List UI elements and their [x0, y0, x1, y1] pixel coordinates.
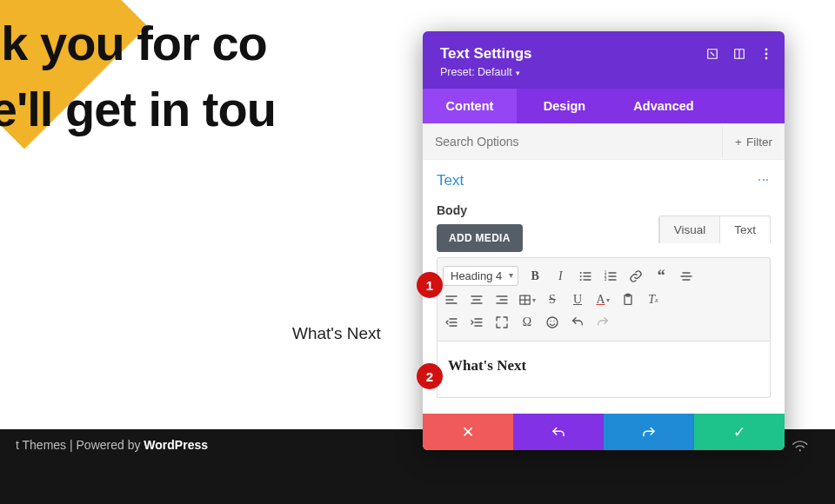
numbered-list-icon[interactable]: 123: [602, 268, 619, 285]
footer-text: t Themes | Powered by WordPress: [16, 438, 208, 452]
chevron-down-icon: ▾: [514, 69, 521, 77]
search-row: + Filter: [423, 123, 785, 160]
section-menu-icon[interactable]: ⋮: [757, 174, 771, 188]
preset-dropdown[interactable]: Preset: Default ▾: [440, 66, 767, 78]
filter-label: Filter: [746, 136, 772, 149]
search-input[interactable]: [423, 124, 722, 159]
special-char-icon[interactable]: Ω: [518, 314, 536, 331]
filter-button[interactable]: + Filter: [722, 127, 785, 157]
tab-visual[interactable]: Visual: [659, 216, 720, 243]
table-icon[interactable]: ▾: [518, 291, 536, 308]
text-color-icon[interactable]: A▾: [594, 291, 611, 308]
check-icon: ✓: [733, 423, 745, 441]
svg-point-8: [580, 275, 582, 277]
undo-icon[interactable]: [569, 314, 586, 331]
svg-point-5: [765, 52, 767, 55]
align-center2-icon[interactable]: [468, 291, 485, 308]
columns-icon[interactable]: [732, 47, 745, 60]
align-right-icon[interactable]: [493, 291, 511, 308]
svg-point-6: [765, 56, 767, 59]
hero-text: ank you for co We'll get in tou: [0, 10, 276, 142]
redo-icon[interactable]: [594, 314, 611, 331]
blockquote-icon[interactable]: “: [652, 268, 670, 285]
section-title-text[interactable]: Text: [437, 172, 464, 189]
close-icon: ✕: [462, 423, 474, 441]
editor-mode-tabs: Visual Text: [658, 216, 771, 243]
clear-format-icon[interactable]: Tx: [645, 291, 662, 308]
modal-actions: ✕ ✓: [423, 414, 785, 450]
annotation-badge-1: 1: [417, 272, 443, 298]
page-subheading: What's Next: [292, 324, 381, 343]
modal-body: Text ⋮ Body ADD MEDIA Visual Text Headin…: [423, 160, 785, 414]
indent-icon[interactable]: [468, 314, 485, 331]
align-center-icon[interactable]: [678, 268, 695, 285]
format-dropdown[interactable]: Heading 4: [443, 266, 518, 286]
italic-icon[interactable]: I: [551, 268, 569, 285]
annotation-badge-2: 2: [417, 363, 443, 389]
wysiwyg-toolbar: Heading 4 B I 123 “ ▾ S U A▾: [437, 257, 771, 342]
editor-content[interactable]: What's Next: [437, 342, 771, 398]
bullet-list-icon[interactable]: [577, 268, 594, 285]
paste-icon[interactable]: [619, 291, 637, 308]
svg-point-42: [547, 317, 558, 328]
plus-icon: +: [735, 136, 742, 149]
svg-point-4: [765, 48, 767, 50]
modal-tabs: Content Design Advanced: [423, 89, 785, 123]
svg-point-0: [798, 449, 801, 452]
tab-advanced[interactable]: Advanced: [612, 89, 715, 123]
svg-point-7: [580, 272, 582, 274]
kebab-icon[interactable]: [759, 47, 772, 60]
svg-point-44: [553, 321, 554, 322]
text-settings-modal: Text Settings Preset: Default ▾ Content …: [423, 31, 785, 450]
svg-text:3: 3: [605, 277, 607, 282]
emoji-icon[interactable]: [544, 314, 561, 331]
undo-action-button[interactable]: [513, 414, 604, 450]
outdent-icon[interactable]: [443, 314, 460, 331]
underline-icon[interactable]: U: [569, 291, 586, 308]
discard-button[interactable]: ✕: [423, 414, 513, 450]
save-button[interactable]: ✓: [694, 414, 785, 450]
tab-design[interactable]: Design: [517, 89, 612, 123]
modal-header: Text Settings Preset: Default ▾: [423, 31, 785, 89]
redo-action-button[interactable]: [604, 414, 694, 450]
expand-icon[interactable]: [705, 47, 718, 60]
fullscreen-icon[interactable]: [493, 314, 511, 331]
add-media-button[interactable]: ADD MEDIA: [437, 224, 523, 252]
undo-icon: [551, 424, 566, 440]
strikethrough-icon[interactable]: S: [544, 291, 561, 308]
align-left-icon[interactable]: [443, 291, 460, 308]
tab-content[interactable]: Content: [423, 89, 517, 123]
link-icon[interactable]: [627, 268, 645, 285]
svg-point-43: [550, 321, 551, 322]
tab-text-mode[interactable]: Text: [719, 216, 770, 243]
svg-point-9: [580, 279, 582, 281]
modal-header-controls: [705, 47, 772, 60]
rss-icon[interactable]: [790, 434, 814, 458]
bold-icon[interactable]: B: [526, 268, 544, 285]
redo-icon: [641, 424, 657, 440]
